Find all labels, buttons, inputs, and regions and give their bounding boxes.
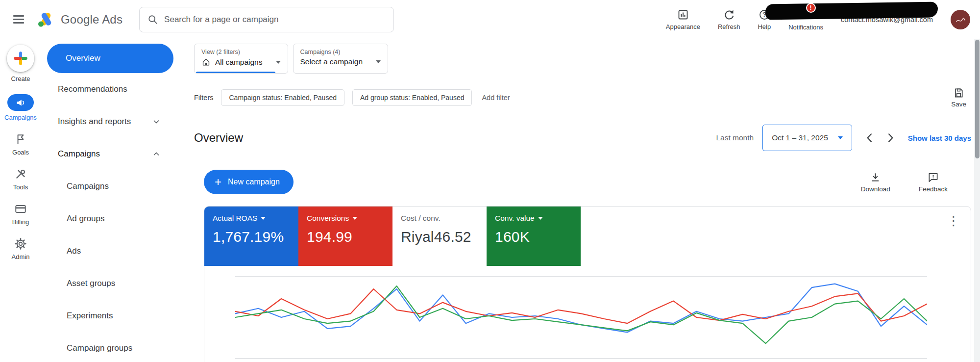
filter-chip-ad-group-status[interactable]: Ad group status: Enabled, Paused xyxy=(352,89,472,106)
top-bar: Google Ads Appearance xyxy=(0,0,980,39)
dropdown-arrow-icon xyxy=(538,217,543,220)
metric-label: Actual ROAS xyxy=(213,214,257,223)
appearance-icon xyxy=(677,9,689,21)
filter-chip-campaign-status[interactable]: Campaign status: Enabled, Paused xyxy=(221,89,344,106)
nav-item-experiments[interactable]: Experiments xyxy=(41,300,173,332)
rail-item-tools[interactable]: Tools xyxy=(13,168,28,191)
metric-value: 1,767.19% xyxy=(213,229,290,245)
avatar-scribble-icon xyxy=(954,13,967,26)
overview-scorecard: Actual ROAS 1,767.19% Conversions 194.99 xyxy=(204,206,971,362)
new-campaign-button[interactable]: + New campaign xyxy=(204,170,294,194)
nav-campaigns-section-label: Campaigns xyxy=(58,149,100,159)
filter-bar: Filters Campaign status: Enabled, Paused… xyxy=(194,87,971,108)
campaign-selector[interactable]: Campaigns (4) Select a campaign xyxy=(293,44,389,74)
refresh-label: Refresh xyxy=(718,23,740,30)
page-title: Overview xyxy=(194,131,243,145)
nav-item-recommendations[interactable]: Recommendations xyxy=(41,73,173,105)
overview-line-chart[interactable] xyxy=(235,276,927,361)
download-button[interactable]: Download xyxy=(861,172,890,193)
rail-item-goals[interactable]: Goals xyxy=(12,133,29,156)
nav-overview-label: Overview xyxy=(66,53,100,63)
show-last-30-days-link[interactable]: Show last 30 days xyxy=(908,134,971,142)
rail-item-admin[interactable]: Admin xyxy=(12,237,30,260)
feedback-label: Feedback xyxy=(919,185,948,193)
create-button[interactable] xyxy=(7,45,34,72)
global-search[interactable] xyxy=(139,7,394,32)
side-nav: Overview Recommendations Insights and re… xyxy=(41,39,173,362)
campaign-actions: + New campaign Download xyxy=(204,170,971,194)
nav-item-campaigns[interactable]: Campaigns xyxy=(41,170,173,203)
home-icon xyxy=(201,57,211,67)
view-selector-value: All campaigns xyxy=(215,58,263,67)
search-input[interactable] xyxy=(164,15,386,25)
metric-tile-actual-roas[interactable]: Actual ROAS 1,767.19% xyxy=(204,207,298,266)
metric-tile-conversions[interactable]: Conversions 194.99 xyxy=(298,207,392,266)
metric-value: Riyal46.52 xyxy=(401,229,478,245)
download-label: Download xyxy=(861,185,890,193)
rail-label-admin: Admin xyxy=(12,253,30,260)
metric-label: Conversions xyxy=(307,214,349,223)
nav-item-ad-groups[interactable]: Ad groups xyxy=(41,203,173,235)
plus-icon: + xyxy=(215,176,221,188)
nav-item-overview[interactable]: Overview xyxy=(47,44,173,73)
date-range-value: Oct 1 – 31, 2025 xyxy=(772,133,828,142)
google-ads-logo-icon xyxy=(37,12,55,27)
feedback-button[interactable]: Feedback xyxy=(919,172,948,193)
nav-item-insights-reports[interactable]: Insights and reports xyxy=(41,105,173,138)
campaign-selector-caption: Campaigns (4) xyxy=(300,49,381,55)
appearance-label: Appearance xyxy=(666,23,700,30)
nav-sub-ad-groups-label: Ad groups xyxy=(67,214,105,224)
refresh-button[interactable]: Refresh xyxy=(718,9,740,30)
rail-label-billing: Billing xyxy=(12,218,29,226)
rail-label-goals: Goals xyxy=(12,149,29,156)
overview-chart-area: Oct 1, 2025 Oct 31, 2025 xyxy=(235,276,927,362)
chevron-right-icon xyxy=(887,133,894,143)
metric-label: Conv. value xyxy=(495,214,535,223)
metric-tile-conv-value[interactable]: Conv. value 160K xyxy=(487,207,581,266)
view-selector[interactable]: View (2 filters) All campaigns xyxy=(194,44,288,74)
filters-label: Filters xyxy=(194,94,213,102)
dropdown-arrow-icon xyxy=(276,61,281,64)
nav-sub-experiments-label: Experiments xyxy=(67,311,113,321)
rail-label-create: Create xyxy=(11,75,30,82)
nav-item-asset-groups[interactable]: Asset groups xyxy=(41,267,173,300)
main-menu-button[interactable] xyxy=(0,13,37,26)
nav-item-campaign-groups[interactable]: Campaign groups xyxy=(41,332,173,362)
card-overflow-menu-button[interactable]: ⋮ xyxy=(947,214,960,227)
notifications-badge: ! xyxy=(806,3,816,13)
campaigns-active-pill xyxy=(7,94,34,111)
brand-title: Google Ads xyxy=(61,13,122,26)
nav-sub-campaign-groups-label: Campaign groups xyxy=(67,343,132,353)
date-preset-label: Last month xyxy=(716,133,754,142)
rail-label-tools: Tools xyxy=(13,183,28,191)
vertical-scrollbar[interactable] xyxy=(974,39,980,362)
metric-tiles: Actual ROAS 1,767.19% Conversions 194.99 xyxy=(204,207,971,266)
page-header: Overview Last month Oct 1 – 31, 2025 xyxy=(194,125,971,151)
hamburger-icon xyxy=(13,13,24,26)
google-ads-app: Google Ads Appearance xyxy=(0,0,980,362)
nav-item-ads[interactable]: Ads xyxy=(41,235,173,267)
date-range-picker[interactable]: Oct 1 – 31, 2025 xyxy=(762,125,852,151)
dropdown-arrow-icon xyxy=(352,217,357,220)
create-plus-icon xyxy=(13,51,28,66)
account-avatar[interactable] xyxy=(951,10,970,29)
body: Create Campaigns Goals xyxy=(0,39,980,362)
next-period-button[interactable] xyxy=(887,133,894,143)
rail-item-create[interactable]: Create xyxy=(7,45,34,82)
save-icon xyxy=(953,87,964,99)
brand[interactable]: Google Ads xyxy=(37,12,122,27)
chevron-up-icon xyxy=(152,150,161,158)
billing-card-icon xyxy=(14,203,27,215)
previous-period-button[interactable] xyxy=(866,133,873,143)
dropdown-arrow-icon xyxy=(838,136,843,139)
save-button[interactable]: Save xyxy=(951,87,966,108)
metric-tile-cost-per-conv[interactable]: Cost / conv. Riyal46.52 xyxy=(392,207,487,266)
rail-item-billing[interactable]: Billing xyxy=(12,203,29,226)
metric-value: 160K xyxy=(495,229,572,245)
nav-section-campaigns[interactable]: Campaigns xyxy=(41,138,173,170)
rail-item-campaigns[interactable]: Campaigns xyxy=(4,94,37,121)
chevron-down-icon xyxy=(152,117,161,126)
add-filter-button[interactable]: Add filter xyxy=(482,94,510,102)
appearance-button[interactable]: Appearance xyxy=(666,9,700,30)
scrollbar-thumb[interactable] xyxy=(975,40,980,158)
